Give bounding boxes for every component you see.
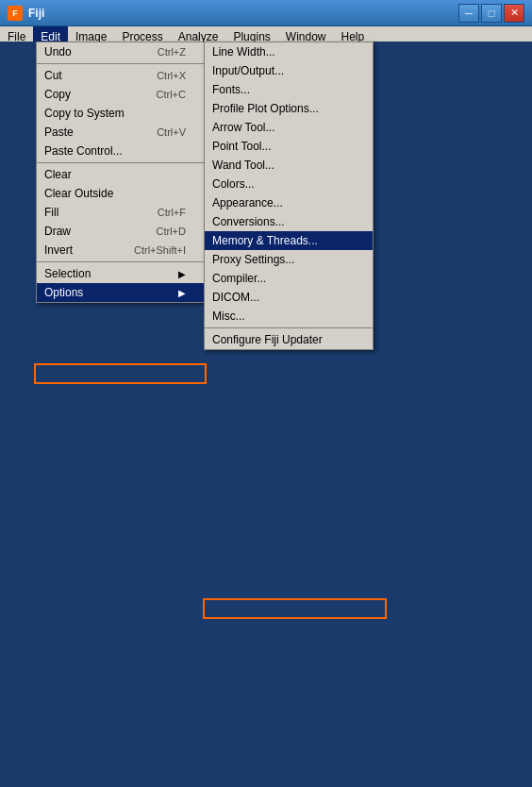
edit-undo-shortcut: Ctrl+Z [158, 46, 186, 58]
edit-cut-shortcut: Ctrl+X [157, 70, 186, 81]
edit-selection-label: Selection [44, 267, 91, 280]
edit-clear-outside-label: Clear Outside [44, 187, 113, 200]
separator-opts [205, 327, 373, 328]
opt-point-tool-label: Point Tool... [212, 140, 271, 153]
edit-paste-shortcut: Ctrl+V [157, 126, 186, 138]
opt-appearance[interactable]: Appearance... [205, 193, 373, 212]
edit-cut[interactable]: Cut Ctrl+X [37, 66, 205, 85]
edit-draw[interactable]: Draw Ctrl+D [37, 222, 205, 241]
edit-fill[interactable]: Fill Ctrl+F [37, 203, 205, 222]
edit-paste[interactable]: Paste Ctrl+V [37, 123, 205, 142]
edit-paste-control[interactable]: Paste Control... [37, 142, 205, 160]
edit-copy-to-system-label: Copy to System [44, 107, 125, 120]
edit-menu-dropdown: Undo Ctrl+Z Cut Ctrl+X Copy Ctrl+C Copy … [36, 42, 206, 303]
opt-point-tool[interactable]: Point Tool... [205, 137, 373, 156]
edit-draw-shortcut: Ctrl+D [157, 226, 186, 237]
edit-copy[interactable]: Copy Ctrl+C [37, 85, 205, 104]
opt-input-output-label: Input/Output... [212, 64, 284, 77]
opt-memory-threads-label: Memory & Threads... [212, 234, 318, 247]
opt-appearance-label: Appearance... [212, 196, 283, 209]
opt-misc[interactable]: Misc... [205, 307, 373, 326]
edit-options-label: Options [44, 286, 83, 299]
opt-configure-updater-label: Configure Fiji Updater [212, 333, 323, 346]
opt-dicom[interactable]: DICOM... [205, 288, 373, 307]
opt-wand-tool-label: Wand Tool... [212, 159, 274, 172]
title-bar-left: F Fiji [8, 6, 44, 21]
edit-selection[interactable]: Selection ▶ [37, 264, 205, 283]
edit-copy-shortcut: Ctrl+C [157, 89, 186, 100]
opt-misc-label: Misc... [212, 310, 245, 323]
separator-1 [37, 63, 205, 64]
opt-line-width[interactable]: Line Width... [205, 42, 373, 61]
edit-cut-label: Cut [44, 69, 62, 82]
app-icon: F [8, 6, 23, 21]
edit-invert[interactable]: Invert Ctrl+Shift+I [37, 241, 205, 260]
edit-invert-shortcut: Ctrl+Shift+I [134, 244, 186, 256]
edit-draw-label: Draw [44, 225, 71, 238]
opt-fonts-label: Fonts... [212, 83, 250, 96]
title-bar-controls[interactable]: ─ □ ✕ [458, 4, 524, 23]
maximize-button[interactable]: □ [481, 4, 502, 23]
edit-fill-label: Fill [44, 206, 58, 219]
selection-arrow-icon: ▶ [178, 269, 186, 279]
edit-clear-outside[interactable]: Clear Outside [37, 184, 205, 203]
minimize-button[interactable]: ─ [458, 4, 479, 23]
opt-wand-tool[interactable]: Wand Tool... [205, 156, 373, 175]
title-bar: F Fiji ─ □ ✕ [0, 0, 532, 26]
app-title: Fiji [28, 7, 44, 20]
opt-conversions-label: Conversions... [212, 215, 285, 228]
opt-compiler[interactable]: Compiler... [205, 269, 373, 288]
edit-undo-label: Undo [44, 45, 72, 59]
edit-clear[interactable]: Clear [37, 165, 205, 184]
opt-input-output[interactable]: Input/Output... [205, 61, 373, 80]
opt-line-width-label: Line Width... [212, 45, 275, 59]
opt-fonts[interactable]: Fonts... [205, 80, 373, 99]
opt-colors[interactable]: Colors... [205, 175, 373, 193]
edit-fill-shortcut: Ctrl+F [158, 207, 186, 218]
opt-profile-plot[interactable]: Profile Plot Options... [205, 99, 373, 118]
edit-options[interactable]: Options ▶ [37, 283, 205, 302]
separator-3 [37, 261, 205, 262]
opt-profile-plot-label: Profile Plot Options... [212, 102, 319, 115]
separator-2 [37, 162, 205, 163]
opt-proxy-settings[interactable]: Proxy Settings... [205, 250, 373, 269]
edit-paste-control-label: Paste Control... [44, 144, 123, 158]
edit-copy-to-system[interactable]: Copy to System [37, 104, 205, 123]
edit-undo[interactable]: Undo Ctrl+Z [37, 42, 205, 61]
opt-conversions[interactable]: Conversions... [205, 212, 373, 231]
opt-memory-threads[interactable]: Memory & Threads... [205, 231, 373, 250]
options-arrow-icon: ▶ [178, 288, 186, 298]
opt-arrow-tool[interactable]: Arrow Tool... [205, 118, 373, 137]
options-submenu: Line Width... Input/Output... Fonts... P… [204, 42, 374, 350]
edit-paste-label: Paste [44, 126, 74, 139]
opt-dicom-label: DICOM... [212, 291, 259, 304]
edit-clear-label: Clear [44, 168, 72, 181]
opt-compiler-label: Compiler... [212, 272, 266, 285]
opt-proxy-settings-label: Proxy Settings... [212, 253, 294, 266]
opt-arrow-tool-label: Arrow Tool... [212, 121, 274, 134]
edit-copy-label: Copy [44, 88, 71, 101]
opt-colors-label: Colors... [212, 177, 255, 191]
opt-configure-updater[interactable]: Configure Fiji Updater [205, 330, 373, 349]
close-button[interactable]: ✕ [504, 4, 524, 23]
edit-invert-label: Invert [44, 243, 73, 257]
